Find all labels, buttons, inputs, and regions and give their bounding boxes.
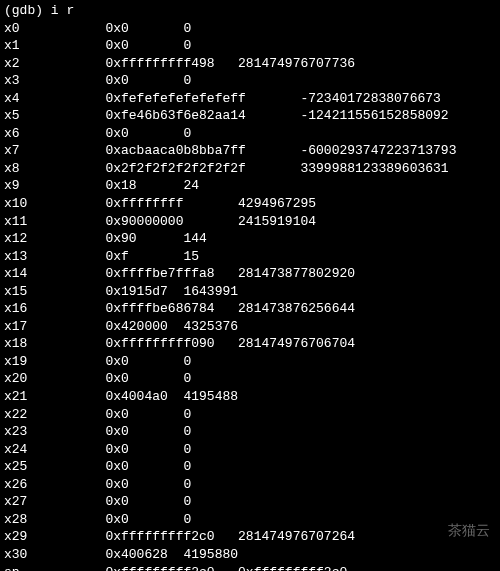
register-row-x29: x29 0xfffffffff2c0 281474976707264 — [4, 528, 496, 546]
register-row-x5: x5 0xfe46b63f6e82aa14 -12421155615285809… — [4, 107, 496, 125]
register-row-x1: x1 0x0 0 — [4, 37, 496, 55]
gdb-prompt[interactable]: (gdb) i r — [4, 2, 496, 20]
register-row-x21: x21 0x4004a0 4195488 — [4, 388, 496, 406]
register-row-x6: x6 0x0 0 — [4, 125, 496, 143]
register-row-x14: x14 0xffffbe7fffa8 281473877802920 — [4, 265, 496, 283]
register-output: x0 0x0 0x1 0x0 0x2 0xfffffffff498 281474… — [4, 20, 496, 571]
register-row-x26: x26 0x0 0 — [4, 476, 496, 494]
register-row-x9: x9 0x18 24 — [4, 177, 496, 195]
register-row-x16: x16 0xffffbe686784 281473876256644 — [4, 300, 496, 318]
register-row-x0: x0 0x0 0 — [4, 20, 496, 38]
register-row-x17: x17 0x420000 4325376 — [4, 318, 496, 336]
register-row-x23: x23 0x0 0 — [4, 423, 496, 441]
register-row-x12: x12 0x90 144 — [4, 230, 496, 248]
register-row-x28: x28 0x0 0 — [4, 511, 496, 529]
register-row-x18: x18 0xfffffffff090 281474976706704 — [4, 335, 496, 353]
register-row-x13: x13 0xf 15 — [4, 248, 496, 266]
register-row-x11: x11 0x90000000 2415919104 — [4, 213, 496, 231]
register-row-x3: x3 0x0 0 — [4, 72, 496, 90]
register-row-x8: x8 0x2f2f2f2f2f2f2f2f 339998812338960363… — [4, 160, 496, 178]
register-row-x7: x7 0xacbaaca0b8bba7ff -60002937472237137… — [4, 142, 496, 160]
register-row-x20: x20 0x0 0 — [4, 370, 496, 388]
register-row-x24: x24 0x0 0 — [4, 441, 496, 459]
register-row-x4: x4 0xfefefefefefefeff -72340172838076673 — [4, 90, 496, 108]
register-row-x22: x22 0x0 0 — [4, 406, 496, 424]
register-row-x19: x19 0x0 0 — [4, 353, 496, 371]
register-row-x27: x27 0x0 0 — [4, 493, 496, 511]
register-row-x15: x15 0x1915d7 1643991 — [4, 283, 496, 301]
register-row-x10: x10 0xffffffff 4294967295 — [4, 195, 496, 213]
register-row-x30: x30 0x400628 4195880 — [4, 546, 496, 564]
register-row-sp: sp 0xfffffffff2c0 0xfffffffff2c0 — [4, 564, 496, 572]
register-row-x25: x25 0x0 0 — [4, 458, 496, 476]
register-row-x2: x2 0xfffffffff498 281474976707736 — [4, 55, 496, 73]
